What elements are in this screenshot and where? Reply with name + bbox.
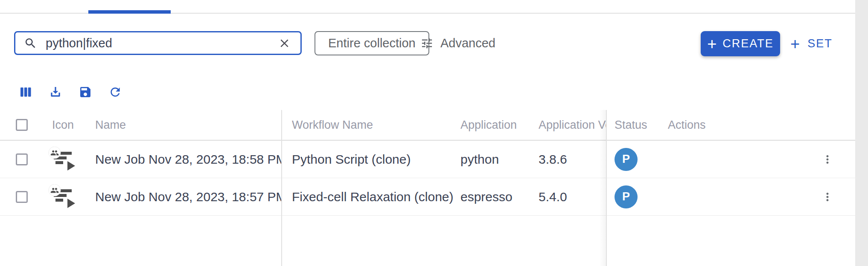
row-actions-menu-button[interactable] bbox=[818, 150, 837, 169]
vertical-scrollbar[interactable] bbox=[855, 0, 868, 266]
collection-scope-button[interactable]: Entire collection bbox=[315, 31, 429, 55]
column-header-icon[interactable]: Icon bbox=[38, 110, 87, 140]
job-name[interactable]: New Job Nov 28, 2023, 18:57 PM bbox=[87, 178, 282, 215]
tab-bar bbox=[0, 0, 868, 14]
advanced-filter-button[interactable]: Advanced bbox=[420, 31, 495, 55]
column-header-status[interactable]: Status bbox=[606, 110, 659, 140]
job-icon bbox=[47, 184, 77, 210]
refresh-icon bbox=[108, 85, 122, 99]
job-application: python bbox=[460, 141, 539, 178]
jobs-list-page: Entire collection Advanced + CREATE + SE… bbox=[0, 0, 868, 266]
active-tab-indicator bbox=[88, 10, 171, 14]
clear-search-button[interactable] bbox=[277, 36, 292, 51]
pinned-column-shadow bbox=[599, 110, 606, 266]
select-row-checkbox[interactable] bbox=[16, 191, 28, 203]
kebab-icon bbox=[821, 191, 834, 203]
job-workflow-name: Python Script (clone) bbox=[282, 141, 460, 178]
search-input[interactable] bbox=[46, 36, 277, 50]
column-header-name[interactable]: Name bbox=[87, 110, 282, 140]
job-name[interactable]: New Job Nov 28, 2023, 18:58 PM bbox=[87, 141, 282, 178]
job-application-version: 3.8.6 bbox=[539, 141, 606, 178]
kebab-icon bbox=[821, 153, 834, 166]
job-icon bbox=[47, 147, 77, 172]
row-actions-menu-button[interactable] bbox=[818, 188, 837, 206]
set-button[interactable]: + SET bbox=[790, 31, 833, 56]
columns-icon bbox=[19, 85, 32, 99]
column-header-actions: Actions bbox=[659, 110, 856, 140]
save-icon bbox=[79, 85, 92, 99]
job-application-version: 5.4.0 bbox=[539, 178, 606, 215]
job-workflow-name: Fixed-cell Relaxation (clone) bbox=[282, 178, 460, 215]
search-box[interactable] bbox=[14, 31, 302, 55]
create-button-label: CREATE bbox=[722, 37, 774, 50]
jobs-table: Icon Name Workflow Name Application Appl… bbox=[0, 110, 868, 266]
save-button[interactable] bbox=[79, 85, 92, 99]
plus-icon: + bbox=[707, 36, 717, 52]
refresh-button[interactable] bbox=[108, 85, 122, 99]
collection-scope-label: Entire collection bbox=[328, 36, 416, 50]
status-badge: P bbox=[615, 148, 638, 171]
columns-button[interactable] bbox=[19, 85, 32, 99]
close-icon bbox=[278, 37, 291, 50]
table-toolbar bbox=[19, 85, 122, 99]
column-divider bbox=[281, 110, 282, 266]
column-header-application[interactable]: Application bbox=[460, 110, 539, 140]
plus-icon: + bbox=[790, 36, 800, 52]
job-application: espresso bbox=[460, 178, 539, 215]
select-row-checkbox[interactable] bbox=[16, 153, 28, 165]
status-badge: P bbox=[615, 185, 638, 208]
advanced-label: Advanced bbox=[440, 36, 495, 50]
download-icon bbox=[49, 85, 62, 99]
tune-icon bbox=[420, 37, 434, 50]
column-divider bbox=[606, 110, 607, 266]
table-body: New Job Nov 28, 2023, 18:58 PM Python Sc… bbox=[0, 141, 868, 216]
select-all-checkbox[interactable] bbox=[16, 119, 28, 131]
search-icon bbox=[24, 37, 37, 50]
column-header-application-version[interactable]: Application Version bbox=[539, 110, 606, 140]
table-row[interactable]: New Job Nov 28, 2023, 18:58 PM Python Sc… bbox=[0, 141, 868, 178]
table-row[interactable]: New Job Nov 28, 2023, 18:57 PM Fixed-cel… bbox=[0, 178, 868, 216]
set-button-label: SET bbox=[807, 37, 833, 50]
create-button[interactable]: + CREATE bbox=[701, 31, 780, 56]
download-button[interactable] bbox=[49, 85, 62, 99]
table-header-row: Icon Name Workflow Name Application Appl… bbox=[0, 110, 868, 141]
column-header-workflow[interactable]: Workflow Name bbox=[282, 110, 460, 140]
